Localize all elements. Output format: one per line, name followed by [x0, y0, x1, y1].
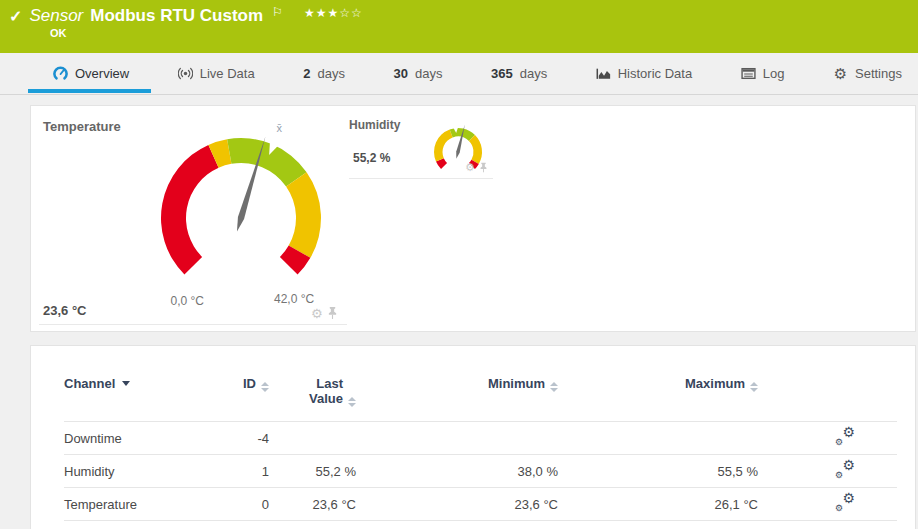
channel-id: 0 — [214, 488, 269, 521]
ok-check-icon: ✓ — [9, 7, 22, 26]
gauge-settings-gear-icon[interactable]: ⚙ — [311, 307, 323, 320]
column-label: Channel — [64, 376, 115, 391]
channel-settings-gears-icon[interactable]: ⚙⚙ — [835, 461, 855, 478]
channel-id: -4 — [214, 422, 269, 455]
tab-live-data[interactable]: Live Data — [178, 53, 255, 94]
channel-id: 1 — [214, 455, 269, 488]
temperature-cell-divider — [39, 324, 347, 325]
table-row: Temperature 0 23,6 °C 23,6 °C 26,1 °C ⚙⚙ — [64, 488, 897, 521]
tab-label: Live Data — [200, 66, 255, 81]
sensor-status-header: ✓ Sensor Modbus RTU Custom ⚐ ★★★☆☆ OK — [0, 0, 918, 53]
channel-maximum — [558, 422, 758, 455]
channel-settings-gears-icon[interactable]: ⚙⚙ — [835, 494, 855, 511]
table-header-row: Channel ID Last Value Minimum Maximum — [64, 368, 897, 422]
channel-settings-gears-icon[interactable]: ⚙⚙ — [835, 428, 855, 445]
channels-panel: Channel ID Last Value Minimum Maximum — [30, 345, 916, 529]
tab-number: 30 — [394, 66, 408, 81]
tab-2-days[interactable]: 2 days — [303, 53, 345, 94]
tab-label: days — [415, 66, 442, 81]
channel-minimum — [356, 422, 558, 455]
sensor-title: Modbus RTU Custom — [90, 6, 263, 26]
object-type-label: Sensor — [29, 6, 83, 26]
tab-label: Overview — [75, 66, 129, 81]
tab-bar: Overview Live Data 2 days 30 days 365 da… — [0, 53, 918, 95]
column-label: Last Value — [297, 376, 343, 406]
channel-last-value — [269, 422, 356, 455]
gauges-panel: Temperature x̄ 0,0 °C 42,0 °C 23,6 °C ⚙ … — [30, 105, 916, 332]
channel-last-value: 55,2 % — [269, 455, 356, 488]
gauge-icon — [53, 66, 68, 81]
sort-desc-caret-icon — [122, 381, 130, 386]
sensor-status-badge: OK — [50, 27, 67, 39]
tab-365-days[interactable]: 365 days — [491, 53, 547, 94]
column-label: Maximum — [685, 376, 745, 391]
tab-overview[interactable]: Overview — [53, 53, 129, 94]
temperature-gauge: x̄ — [141, 123, 341, 295]
stars-filled[interactable]: ★★★ — [304, 6, 339, 20]
stars-empty[interactable]: ☆☆ — [339, 6, 363, 20]
table-row: Humidity 1 55,2 % 38,0 % 55,5 % ⚙⚙ — [64, 455, 897, 488]
channel-name: Humidity — [64, 455, 214, 488]
channel-maximum: 26,1 °C — [558, 488, 758, 521]
channel-minimum: 38,0 % — [356, 455, 558, 488]
column-header-minimum[interactable]: Minimum — [356, 368, 558, 422]
tab-historic-data[interactable]: Historic Data — [596, 53, 692, 94]
live-signal-icon — [178, 66, 193, 81]
temperature-gauge-title: Temperature — [43, 119, 121, 134]
tab-label: Historic Data — [618, 66, 692, 81]
svg-text:x̄: x̄ — [277, 123, 283, 134]
humidity-gauge-title: Humidity — [349, 118, 400, 132]
table-row: Downtime -4 ⚙⚙ — [64, 422, 897, 455]
tab-number: 2 — [303, 66, 310, 81]
tab-label: Settings — [855, 66, 902, 81]
channel-last-value: 23,6 °C — [269, 488, 356, 521]
channel-name: Downtime — [64, 422, 214, 455]
humidity-current-value: 55,2 % — [353, 151, 390, 165]
temperature-gauge-min: 0,0 °C — [149, 294, 204, 308]
column-header-maximum[interactable]: Maximum — [558, 368, 758, 422]
tab-label: Log — [763, 66, 785, 81]
log-list-icon — [741, 66, 756, 81]
column-header-channel[interactable]: Channel — [64, 368, 214, 422]
column-label: Minimum — [488, 376, 545, 391]
priority-flag-icon[interactable]: ⚐ — [272, 5, 283, 19]
pin-icon[interactable] — [479, 162, 488, 173]
tab-settings[interactable]: ⚙ Settings — [833, 53, 902, 94]
sort-icon — [261, 382, 269, 392]
channel-maximum: 55,5 % — [558, 455, 758, 488]
channel-name: Temperature — [64, 488, 214, 521]
sort-icon — [750, 382, 758, 392]
sort-icon — [550, 382, 558, 392]
tab-30-days[interactable]: 30 days — [394, 53, 443, 94]
tab-number: 365 — [491, 66, 513, 81]
gauge-settings-gear-icon[interactable]: ⚙ — [465, 162, 475, 173]
tab-label: days — [317, 66, 344, 81]
gear-icon: ⚙ — [833, 66, 848, 81]
temperature-gauge-max: 42,0 °C — [274, 292, 314, 306]
column-header-last-value[interactable]: Last Value — [269, 368, 356, 422]
pin-icon[interactable] — [327, 306, 338, 320]
column-header-actions — [758, 368, 897, 422]
temperature-current-value: 23,6 °C — [43, 303, 87, 318]
sort-icon — [348, 397, 356, 407]
area-chart-icon — [596, 66, 611, 81]
channel-minimum: 23,6 °C — [356, 488, 558, 521]
humidity-cell-divider — [349, 178, 493, 179]
channels-table: Channel ID Last Value Minimum Maximum — [64, 368, 897, 521]
column-label: ID — [243, 376, 256, 391]
priority-stars[interactable]: ★★★☆☆ — [304, 6, 363, 20]
tab-label: days — [520, 66, 547, 81]
tab-log[interactable]: Log — [741, 53, 785, 94]
column-header-id[interactable]: ID — [214, 368, 269, 422]
